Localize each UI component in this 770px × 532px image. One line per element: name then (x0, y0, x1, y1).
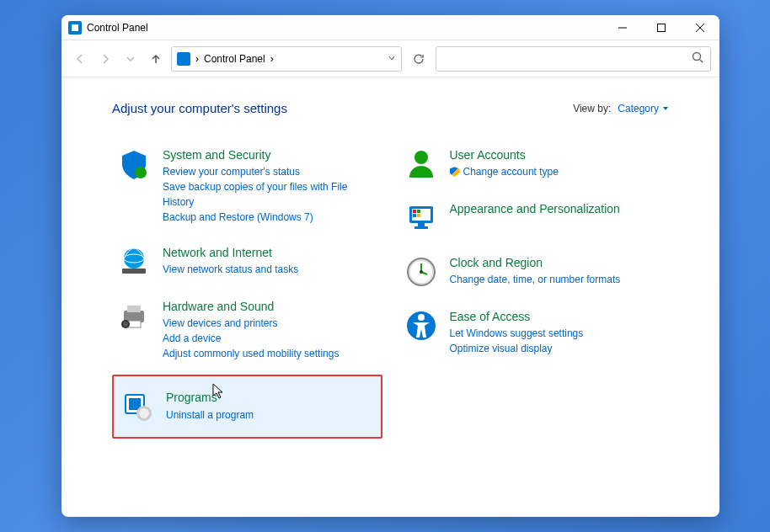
monitor-icon (404, 201, 438, 235)
chevron-down-icon[interactable] (388, 53, 396, 65)
svg-rect-25 (417, 214, 420, 217)
category-programs[interactable]: Programs Uninstall a program (112, 375, 382, 439)
category-network-internet: Network and Internet View network status… (112, 238, 382, 285)
svg-rect-22 (413, 210, 416, 213)
maximize-button[interactable] (642, 15, 681, 40)
svg-rect-23 (417, 210, 420, 213)
location-icon (177, 52, 190, 66)
minimize-button[interactable] (603, 15, 642, 40)
svg-rect-26 (418, 223, 425, 226)
category-title[interactable]: Network and Internet (163, 245, 377, 260)
svg-point-6 (135, 167, 147, 178)
breadcrumb-separator: › (195, 53, 199, 65)
category-link[interactable]: Add a device (163, 331, 377, 346)
printer-icon (117, 299, 151, 332)
recent-dropdown[interactable] (120, 49, 141, 69)
up-button[interactable] (146, 49, 166, 69)
forward-button[interactable] (95, 49, 115, 69)
content-area: Adjust your computer's settings View by:… (61, 77, 719, 517)
category-title[interactable]: Hardware and Sound (163, 299, 377, 314)
svg-point-19 (414, 151, 428, 164)
nav-toolbar: › Control Panel › (61, 40, 719, 77)
category-link[interactable]: Change account type (450, 164, 665, 179)
category-system-security: System and Security Review your computer… (112, 141, 382, 231)
category-link[interactable]: Optimize visual display (450, 341, 665, 356)
svg-point-18 (139, 408, 149, 418)
view-by-dropdown[interactable]: Category (618, 103, 669, 114)
category-link[interactable]: View network status and tasks (163, 262, 377, 277)
breadcrumb-separator: › (270, 53, 274, 65)
content-header: Adjust your computer's settings View by:… (112, 101, 669, 115)
refresh-button[interactable] (407, 47, 430, 71)
search-box[interactable] (436, 46, 711, 72)
category-link[interactable]: Let Windows suggest settings (450, 326, 665, 341)
address-bar[interactable]: › Control Panel › (171, 46, 402, 72)
view-by-value: Category (618, 103, 659, 114)
category-user-accounts: User Accounts Change account type (399, 141, 670, 188)
window-title: Control Panel (87, 22, 148, 34)
svg-point-34 (418, 314, 425, 321)
left-column: System and Security Review your computer… (112, 141, 382, 445)
category-appearance: Appearance and Personalization (399, 194, 670, 242)
category-title[interactable]: System and Security (163, 147, 377, 162)
programs-icon (120, 390, 154, 423)
shield-icon (117, 147, 151, 181)
category-link[interactable]: Save backup copies of your files with Fi… (163, 179, 377, 210)
svg-point-4 (693, 53, 701, 61)
breadcrumb-location[interactable]: Control Panel (204, 53, 265, 65)
category-clock-region: Clock and Region Change date, time, or n… (399, 248, 670, 295)
app-icon (68, 21, 82, 35)
category-link[interactable]: Adjust commonly used mobility settings (163, 346, 377, 361)
svg-rect-27 (414, 226, 428, 229)
category-link[interactable]: Uninstall a program (166, 407, 374, 423)
svg-point-14 (123, 322, 128, 327)
svg-line-5 (700, 60, 703, 62)
window-controls (603, 15, 719, 40)
category-title[interactable]: Appearance and Personalization (450, 201, 665, 216)
search-input[interactable] (443, 53, 692, 65)
category-columns: System and Security Review your computer… (112, 141, 669, 445)
category-title[interactable]: Programs (166, 390, 374, 405)
right-column: User Accounts Change account type Appear… (399, 141, 670, 445)
svg-point-32 (420, 270, 423, 274)
control-panel-window: Control Panel › Contro (61, 15, 719, 517)
close-button[interactable] (681, 15, 719, 40)
category-title[interactable]: User Accounts (450, 147, 665, 162)
svg-rect-1 (658, 24, 666, 31)
category-title[interactable]: Ease of Access (450, 309, 665, 324)
svg-rect-9 (122, 269, 146, 274)
svg-point-7 (124, 248, 144, 269)
category-ease-of-access: Ease of Access Let Windows suggest setti… (399, 302, 670, 363)
svg-rect-11 (127, 306, 141, 312)
clock-icon (404, 255, 438, 289)
search-icon (692, 51, 703, 66)
accessibility-icon (404, 309, 438, 343)
back-button[interactable] (70, 49, 90, 69)
svg-rect-24 (413, 214, 416, 217)
view-by-control: View by: Category (573, 103, 669, 114)
category-link[interactable]: Change date, time, or number formats (450, 272, 665, 287)
category-link[interactable]: Review your computer's status (163, 164, 377, 179)
category-title[interactable]: Clock and Region (450, 255, 665, 270)
user-icon (404, 147, 438, 181)
page-heading: Adjust your computer's settings (112, 101, 287, 115)
category-link[interactable]: View devices and printers (163, 316, 377, 331)
category-link[interactable]: Backup and Restore (Windows 7) (163, 210, 377, 225)
titlebar: Control Panel (61, 15, 719, 40)
globe-icon (117, 245, 151, 279)
category-hardware-sound: Hardware and Sound View devices and prin… (112, 292, 382, 368)
view-by-label: View by: (573, 103, 611, 114)
